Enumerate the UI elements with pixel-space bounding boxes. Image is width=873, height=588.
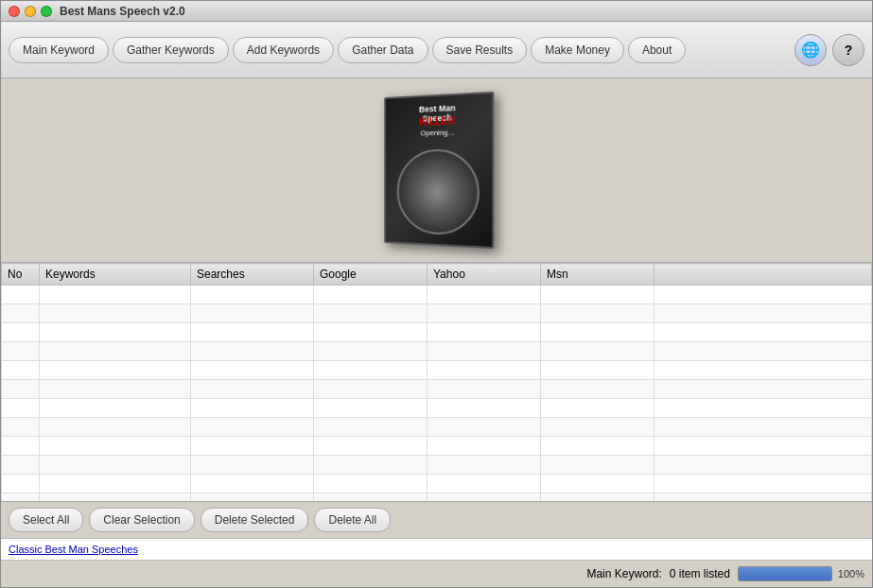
book-image: Best ManSpeech KILLER Opening... (384, 92, 494, 249)
clear-selection-button[interactable]: Clear Selection (89, 508, 194, 532)
maximize-button[interactable] (41, 6, 52, 17)
book-killer-text: KILLER (419, 114, 455, 127)
table-header: No Keywords Searches Google Yahoo Msn (2, 264, 872, 285)
table-row[interactable] (2, 418, 872, 437)
hero-image-area: Best ManSpeech KILLER Opening... (1, 78, 872, 263)
footer-area: Select All Clear Selection Delete Select… (1, 501, 872, 587)
status-bar: Main Keyword: 0 item listed 100% (1, 561, 872, 587)
app-title: Best Mans Speech v2.0 (60, 5, 185, 18)
progress-container: 100% (738, 566, 864, 581)
make-money-button[interactable]: Make Money (531, 37, 624, 63)
app-window: Best Mans Speech v2.0 Main Keyword Gathe… (0, 0, 873, 588)
globe-icon: 🌐 (801, 41, 820, 59)
help-icon: ? (845, 43, 853, 58)
table-row[interactable] (2, 437, 872, 456)
title-bar: Best Mans Speech v2.0 (1, 1, 872, 22)
table-row[interactable] (2, 323, 872, 342)
title-bar-buttons (9, 6, 52, 17)
globe-icon-button[interactable]: 🌐 (794, 34, 827, 66)
toolbar-icons: 🌐 ? (794, 34, 864, 66)
item-count: 0 item listed (670, 567, 730, 580)
keywords-table: No Keywords Searches Google Yahoo Msn (1, 263, 872, 501)
progress-label: 100% (838, 568, 864, 579)
main-keyword-button[interactable]: Main Keyword (9, 37, 109, 63)
col-yahoo: Yahoo (428, 264, 541, 285)
table-row[interactable] (2, 285, 872, 304)
action-buttons-bar: Select All Clear Selection Delete Select… (1, 501, 872, 538)
col-keywords: Keywords (40, 264, 191, 285)
gather-data-button[interactable]: Gather Data (338, 37, 428, 63)
table-row[interactable] (2, 304, 872, 323)
book-cover: Best ManSpeech KILLER Opening... (384, 92, 494, 249)
table-row[interactable] (2, 342, 872, 361)
classic-speeches-link[interactable]: Classic Best Man Speeches (9, 544, 138, 555)
content-area: Best ManSpeech KILLER Opening... No Keyw… (1, 78, 872, 587)
link-bar: Classic Best Man Speeches (1, 538, 872, 561)
col-no: No (2, 264, 40, 285)
table-row[interactable] (2, 456, 872, 475)
delete-all-button[interactable]: Delete All (314, 508, 391, 532)
progress-bar (738, 566, 832, 581)
add-keywords-button[interactable]: Add Keywords (233, 37, 334, 63)
table-row[interactable] (2, 493, 872, 502)
col-google: Google (314, 264, 428, 285)
table-row[interactable] (2, 475, 872, 493)
col-msn: Msn (541, 264, 655, 285)
table-row[interactable] (2, 399, 872, 418)
col-extra (655, 264, 872, 285)
delete-selected-button[interactable]: Delete Selected (201, 508, 309, 532)
table-body (2, 285, 872, 502)
table-row[interactable] (2, 380, 872, 399)
microphone-visual (396, 148, 479, 236)
col-searches: Searches (191, 264, 314, 285)
about-button[interactable]: About (628, 37, 686, 63)
close-button[interactable] (9, 6, 20, 17)
data-table-wrapper: No Keywords Searches Google Yahoo Msn (1, 263, 872, 501)
gather-keywords-button[interactable]: Gather Keywords (113, 37, 229, 63)
help-icon-button[interactable]: ? (832, 34, 864, 66)
book-opening-text: Opening... (420, 128, 454, 137)
main-keyword-label: Main Keyword: (586, 567, 661, 580)
toolbar: Main Keyword Gather Keywords Add Keyword… (1, 22, 872, 78)
table-row[interactable] (2, 361, 872, 380)
save-results-button[interactable]: Save Results (432, 37, 528, 63)
progress-fill (739, 567, 831, 580)
minimize-button[interactable] (25, 6, 36, 17)
select-all-button[interactable]: Select All (9, 508, 83, 532)
